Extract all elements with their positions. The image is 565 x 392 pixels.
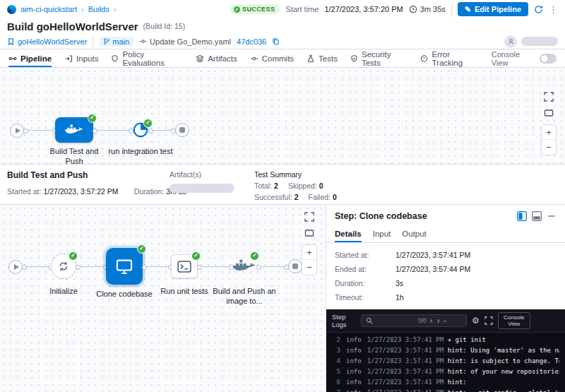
step-node-clone-codebase[interactable]: ✓ [106, 248, 143, 285]
zoom-out-button[interactable]: − [302, 260, 316, 275]
log-message: hint: git config --global init.defaul [448, 388, 559, 392]
kebab-icon: ⋮ [549, 4, 558, 15]
start-time-label: Start time [285, 5, 319, 13]
step-node-label[interactable]: Build and Push an image to... [212, 287, 277, 307]
refresh-button[interactable] [534, 5, 543, 14]
zoom-controls: + − [541, 124, 557, 155]
search-counter: 0/0 [418, 317, 427, 324]
log-settings-gear-icon[interactable]: ⚙ [472, 316, 480, 326]
stage-node-run-integration-test[interactable]: ✓ [132, 121, 149, 140]
branch-chip[interactable]: main [99, 37, 133, 47]
sync-icon [58, 261, 69, 272]
copy-icon[interactable] [272, 37, 280, 45]
log-search-input[interactable] [376, 317, 415, 324]
pipeline-start-node[interactable] [10, 124, 24, 138]
stop-icon [292, 263, 298, 269]
connector [95, 130, 131, 131]
tab-commits[interactable]: Commits [250, 49, 294, 67]
minimize-icon[interactable] [547, 211, 557, 221]
fullscreen-icon[interactable] [544, 92, 554, 102]
connector [199, 266, 232, 267]
tab-pipeline[interactable]: Pipeline [8, 49, 52, 67]
stage-graph-canvas: ✓ Build Test and Push ✓ run integration … [0, 68, 565, 164]
connector [150, 130, 174, 131]
step-panel-title: Step: Clone codebase [335, 211, 427, 221]
zoom-out-button[interactable]: − [542, 140, 556, 155]
title-bar: Build goHelloWorldServer (Build Id: 15) [0, 18, 565, 34]
play-icon [14, 264, 19, 270]
fullscreen-icon[interactable] [304, 212, 314, 222]
breadcrumb-project[interactable]: aim-ci-quickstart [20, 5, 77, 13]
step-tab-input[interactable]: Input [373, 225, 391, 242]
shield-icon [111, 54, 119, 63]
step-node-run-unit-tests[interactable]: ✓ [171, 254, 198, 278]
tab-inputs[interactable]: Inputs [64, 49, 98, 67]
tests-skipped: Skipped: 0 [288, 182, 323, 190]
tab-error-tracking[interactable]: Error Tracking [420, 49, 478, 67]
docker-whale-icon [65, 124, 83, 136]
detail-label: Duration: [335, 279, 396, 287]
log-line: 4info1/27/2023 3:57:41 PMhint: is subjec… [326, 356, 565, 367]
log-line: 3info1/27/2023 3:57:41 PMhint: Using 'ma… [326, 345, 565, 356]
tab-security-tests[interactable]: Security Tests [350, 49, 408, 67]
edit-pipeline-button[interactable]: ✎ Edit Pipeline [458, 2, 528, 16]
log-line-number: 2 [332, 335, 340, 345]
tab-tests[interactable]: Tests [307, 49, 338, 67]
log-console: Step Logs 0/0 ∧ ∨ × ⚙ Console View 2info… [326, 309, 565, 392]
zoom-in-button[interactable]: + [542, 125, 556, 140]
search-prev-icon[interactable]: ∧ [429, 318, 434, 324]
step-node-initialize[interactable]: ✓ [51, 254, 76, 279]
success-check-icon: ✓ [88, 114, 97, 123]
stage-end-node[interactable] [288, 259, 302, 273]
step-node-label[interactable]: Clone codebase [93, 290, 156, 299]
console-view-button[interactable]: Console View [498, 312, 530, 329]
commit-icon [139, 37, 147, 45]
log-level: info [346, 346, 362, 355]
detail-value: 1h [396, 293, 557, 302]
step-tab-output[interactable]: Output [402, 225, 427, 242]
fit-view-icon[interactable] [304, 228, 314, 238]
tab-artifacts[interactable]: Artifacts [196, 49, 237, 67]
stage-node-label[interactable]: run integration test [107, 147, 174, 157]
search-next-icon[interactable]: ∨ [436, 318, 441, 324]
layout-bottom-icon[interactable] [532, 211, 542, 221]
zoom-in-button[interactable]: + [302, 245, 316, 260]
status-badge: ✓ SUCCESS [230, 4, 280, 14]
log-fullscreen-icon[interactable] [484, 316, 493, 325]
console-view-label: Console View [492, 50, 535, 67]
inputs-icon [64, 54, 73, 63]
console-view-toggle[interactable] [540, 54, 557, 64]
tests-successful: Successful: 2 [254, 193, 298, 201]
step-node-build-and-push[interactable]: ✓ [232, 256, 257, 276]
pipeline-end-node[interactable] [175, 123, 189, 137]
breadcrumb-builds[interactable]: Builds [88, 5, 109, 13]
success-check-icon: ✓ [250, 251, 259, 261]
toggle-knob [541, 55, 548, 62]
redacted-username [521, 37, 558, 46]
canvas-toolbar: + − [302, 212, 317, 275]
tab-policy-evaluations[interactable]: Policy Evaluations [111, 49, 183, 67]
person-icon [507, 37, 515, 45]
log-line: 2info1/27/2023 3:57:41 PM+ git init [326, 335, 565, 345]
git-branch-icon [103, 37, 110, 45]
detail-label: Ended at: [335, 265, 396, 273]
layout-split-icon[interactable] [517, 211, 527, 221]
harness-logo-icon [7, 5, 16, 14]
step-node-label[interactable]: Run unit tests [155, 287, 214, 297]
step-node-label[interactable]: Initialize [35, 287, 92, 297]
step-tab-details[interactable]: Details [335, 225, 362, 242]
fit-view-icon[interactable] [544, 108, 554, 118]
search-close-icon[interactable]: × [444, 318, 447, 324]
stage-start-node[interactable] [8, 260, 23, 274]
repo-link[interactable]: goHelloWorldServer [7, 37, 87, 46]
zoom-controls: + − [302, 244, 317, 275]
log-search[interactable]: 0/0 ∧ ∨ × [361, 314, 467, 327]
log-message: hint: Using 'master' as the name for th [448, 346, 559, 355]
more-options-button[interactable]: ⋮ [549, 4, 558, 15]
repo-icon [7, 37, 15, 46]
stage-node-build-test-and-push[interactable]: ✓ [55, 117, 93, 143]
log-body[interactable]: 2info1/27/2023 3:57:41 PM+ git init 3inf… [326, 333, 565, 392]
log-line: 6info1/27/2023 3:57:41 PMhint: [326, 377, 565, 388]
pipeline-icon [8, 54, 17, 63]
commit-sha[interactable]: 47dc036 [237, 37, 266, 46]
